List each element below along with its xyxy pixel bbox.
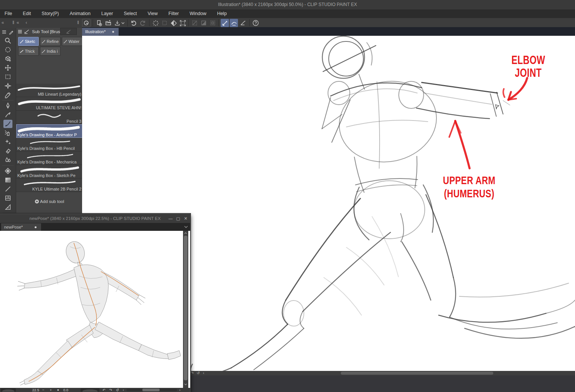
pose-title-bar[interactable]: newPose* (3840 x 2160px 300dpi 22.5%) - … [0,214,190,223]
document-tab[interactable]: Illustration* [82,28,119,36]
zoom-in-button[interactable]: + [50,388,52,392]
tool-rotate-canvas[interactable] [0,45,16,54]
brush-item[interactable]: Pencil 3 [16,111,82,124]
open-file-icon[interactable] [104,19,112,27]
collapse-panel-icon[interactable]: « [17,18,19,27]
subtool-tab-refine[interactable]: Refine [40,37,61,46]
tool-eraser[interactable] [0,146,16,156]
tool-perspective-ruler[interactable] [0,203,16,212]
pose-scroll-right-icon[interactable]: › [179,388,180,392]
subtool-tab-water[interactable]: Water [62,37,82,46]
reselect-icon[interactable] [160,19,169,27]
brush-item[interactable]: Kyle's Drawing Box - HB Pencil [16,138,82,151]
pose-tab[interactable]: newPose* [1,223,41,231]
zoom-out-button[interactable]: − [42,388,44,392]
menu-file[interactable]: File [0,9,17,18]
tool-selection[interactable] [0,72,16,81]
add-subtool-button[interactable]: Add sub tool [16,199,82,204]
pose-hscroll-track[interactable] [127,389,177,391]
scroll-up-icon[interactable] [183,231,188,235]
tool-blend[interactable] [0,156,16,165]
fit-button[interactable]: ■ [57,388,59,392]
pose-vscrollbar[interactable] [183,231,188,388]
rotation-value[interactable]: 0.0 [63,388,75,392]
subtool-tab-thick[interactable]: Thick [18,47,39,56]
tool-gradient[interactable] [0,175,16,185]
collapse-arrow-icon[interactable]: ‹ [26,18,27,27]
save-options-chevron-icon[interactable] [120,19,125,27]
brush-item[interactable]: Kyle's Drawing Box - Sketch Pe [16,165,82,178]
close-button[interactable]: ✕ [182,214,189,223]
collapse-dock-icon[interactable]: « [2,18,4,27]
menu-view[interactable]: View [143,9,162,18]
rotate-ccw-icon[interactable]: ↶ [102,388,105,392]
menu-layer[interactable]: Layer [97,9,117,18]
vscroll-thumb[interactable] [184,236,188,380]
fill-selection-icon[interactable] [200,19,208,27]
deselect-icon[interactable] [151,19,160,27]
rotate-cw-icon[interactable]: ↷ [109,388,112,392]
dock-handle-icon[interactable]: ‖ [12,18,14,27]
menu-select[interactable]: Select [119,9,142,18]
subtool-tab-india[interactable]: India i [40,47,61,56]
snap-to-grid-icon[interactable] [239,19,247,27]
maximize-button[interactable]: ▢ [174,214,182,223]
tab-list-chevron-icon[interactable] [184,226,188,229]
main-title-bar[interactable]: Illustration* (3840 x 2160px 300dpi 50.0… [0,0,575,9]
active-tool-pencil-icon[interactable] [9,29,14,35]
brush-item[interactable]: ULTIMATE STEVE AHN! [16,97,82,111]
new-file-icon[interactable] [95,19,103,27]
undo-icon[interactable] [130,19,138,27]
subtool-side-tab[interactable] [60,28,77,35]
pose-hscroll-thumb[interactable] [142,389,160,391]
clear-selection-icon[interactable] [191,19,199,27]
invert-selection-icon[interactable] [169,19,178,27]
tool-pen[interactable] [0,101,16,110]
csp-logo-icon[interactable] [82,19,90,27]
scroll-down-icon[interactable] [183,382,188,387]
menu-window[interactable]: Window [185,9,210,18]
zoom-value[interactable]: 22.5 [26,388,39,392]
subtool-tab-sketch[interactable]: Sketc [18,37,39,46]
subtool-menu-icon[interactable] [18,30,22,34]
dock-handle2-icon[interactable]: ‖ [77,18,79,27]
brush-item[interactable]: KYLE Ultimate 2B Pencil 2 [16,178,82,192]
expand-selection-icon[interactable] [178,19,187,27]
menu-story[interactable]: Story(P) [37,9,64,18]
tool-decoration[interactable] [0,137,16,146]
help-icon[interactable] [252,19,260,27]
reset-view-icon[interactable]: ↺ [116,388,119,392]
pose-scroll-left-icon[interactable]: ‹ [123,388,124,392]
brush-item[interactable]: Kyle's Drawing Box - Mechanica [16,151,82,165]
redo-icon[interactable] [139,19,147,27]
tool-auto-select[interactable] [0,81,16,90]
pose-mannequin[interactable] [0,231,181,388]
reset-rotation-icon[interactable]: ↺ [197,371,200,375]
tool-fill[interactable] [0,166,16,175]
flip-view-icon[interactable]: ↷ [191,371,194,375]
tool-brush[interactable] [0,119,16,128]
menu-edit[interactable]: Edit [18,9,36,18]
selection-border-icon[interactable] [209,19,217,27]
tool-inking-pen[interactable] [0,110,16,119]
tool-magnifier[interactable] [0,36,16,45]
menu-filter[interactable]: Filter [164,9,183,18]
snap-to-ruler-icon[interactable] [221,19,229,27]
tool-frame-border[interactable] [0,194,16,203]
menu-help[interactable]: Help [212,9,231,18]
tool-menu-icon[interactable] [2,30,6,34]
scroll-left-icon[interactable]: ‹ [203,371,204,375]
minimize-button[interactable]: — [167,214,174,223]
pose-canvas[interactable] [0,231,190,388]
save-file-icon[interactable] [113,19,121,27]
tool-move-layer[interactable] [0,63,16,72]
tool-airbrush[interactable] [0,128,16,137]
hscroll-thumb[interactable] [341,372,493,375]
tool-eyedropper[interactable] [0,90,16,99]
tool-figure[interactable] [0,185,16,194]
brush-item-selected[interactable]: Kyle's Drawing Box - Animator P [16,124,82,138]
pose-window[interactable]: newPose* (3840 x 2160px 300dpi 22.5%) - … [0,214,190,392]
snap-to-special-ruler-icon[interactable] [230,19,238,27]
menu-animation[interactable]: Animation [65,9,95,18]
tool-object[interactable] [0,54,16,63]
